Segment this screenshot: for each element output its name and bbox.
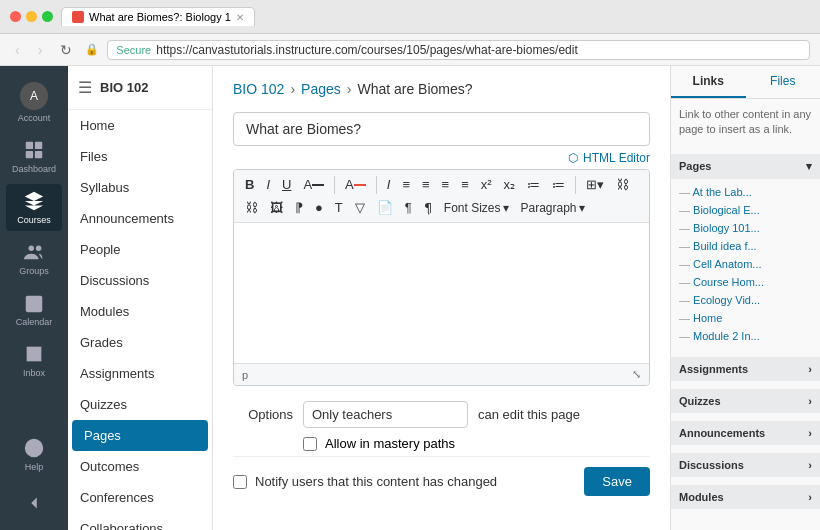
image-button[interactable]: 🖼 <box>265 197 288 218</box>
html-editor-link[interactable]: ⬡ HTML Editor <box>233 151 650 169</box>
refresh-button[interactable]: ↻ <box>55 40 77 60</box>
sidebar-item-collaborations[interactable]: Collaborations <box>68 513 212 530</box>
align-justify-button[interactable]: ≡ <box>456 174 474 195</box>
quizzes-chevron-icon: › <box>808 395 812 407</box>
forward-button[interactable]: › <box>33 40 48 60</box>
nav-item-calendar[interactable]: Calendar <box>6 286 62 333</box>
sidebar-item-grades[interactable]: Grades <box>68 327 212 358</box>
tab-links[interactable]: Links <box>671 66 746 98</box>
pilcrow-button[interactable]: ¶ <box>400 197 417 218</box>
svg-rect-0 <box>26 142 33 149</box>
editor-resize-handle[interactable]: ⤡ <box>632 368 641 381</box>
sidebar-item-people[interactable]: People <box>68 234 212 265</box>
align-center-button[interactable]: ≡ <box>417 174 435 195</box>
page-link-7[interactable]: Home <box>679 309 812 327</box>
font-color-button[interactable]: A <box>298 174 329 195</box>
quizzes-section-header[interactable]: Quizzes › <box>671 389 820 413</box>
app-container: A Account Dashboard Courses Groups Calen… <box>0 66 820 530</box>
sidebar-item-pages[interactable]: Pages <box>72 420 208 451</box>
page-link-3[interactable]: Build idea f... <box>679 237 812 255</box>
indent-button[interactable]: ⁋ <box>290 197 308 218</box>
media-button[interactable]: ● <box>310 197 328 218</box>
sidebar-item-discussions[interactable]: Discussions <box>68 265 212 296</box>
can-edit-select[interactable]: Only teachers Teachers and students Anyo… <box>303 401 468 428</box>
sidebar-item-quizzes[interactable]: Quizzes <box>68 389 212 420</box>
page-link-4[interactable]: Cell Anatom... <box>679 255 812 273</box>
nav-item-inbox[interactable]: Inbox <box>6 337 62 384</box>
page-link-1[interactable]: Biological E... <box>679 201 812 219</box>
embed-button[interactable]: ▽ <box>350 197 370 218</box>
font-sizes-dropdown[interactable]: Font Sizes ▾ <box>439 198 514 218</box>
back-button[interactable]: ‹ <box>10 40 25 60</box>
italic-btn2[interactable]: I <box>382 174 396 195</box>
page-link-8[interactable]: Module 2 In... <box>679 327 812 345</box>
tab-favicon <box>72 11 84 23</box>
nav-item-help[interactable]: Help <box>6 431 62 478</box>
doc-button[interactable]: 📄 <box>372 197 398 218</box>
textbox-button[interactable]: T <box>330 197 348 218</box>
mastery-checkbox[interactable] <box>303 437 317 451</box>
sidebar-item-home[interactable]: Home <box>68 110 212 141</box>
sidebar-item-modules[interactable]: Modules <box>68 296 212 327</box>
pages-section-header[interactable]: Pages ▾ <box>671 154 820 179</box>
tab-files[interactable]: Files <box>746 66 821 98</box>
special-char-button[interactable]: ¶̣ <box>419 197 437 218</box>
nav-bar: ‹ › ↻ 🔒 Secure https://canvastutorials.i… <box>0 34 820 66</box>
editor-body[interactable] <box>234 223 649 363</box>
paragraph-dropdown[interactable]: Paragraph ▾ <box>516 198 590 218</box>
sidebar-item-announcements[interactable]: Announcements <box>68 203 212 234</box>
breadcrumb-course[interactable]: BIO 102 <box>233 81 284 97</box>
close-button[interactable] <box>10 11 21 22</box>
bullet-list-button[interactable]: ≔ <box>522 174 545 195</box>
nav-item-account[interactable]: A Account <box>6 76 62 129</box>
groups-icon <box>23 241 45 263</box>
page-link-6[interactable]: Ecology Vid... <box>679 291 812 309</box>
bold-button[interactable]: B <box>240 174 259 195</box>
tab-close-icon[interactable]: ✕ <box>236 12 244 23</box>
announcements-chevron-icon: › <box>808 427 812 439</box>
sidebar-item-syllabus[interactable]: Syllabus <box>68 172 212 203</box>
align-right-button[interactable]: ≡ <box>437 174 455 195</box>
collapse-nav-button[interactable] <box>6 486 62 520</box>
table-button[interactable]: ⊞▾ <box>581 174 609 195</box>
unlink-button[interactable]: ⛓ <box>240 197 263 218</box>
maximize-button[interactable] <box>42 11 53 22</box>
ordered-list-button[interactable]: ≔ <box>547 174 570 195</box>
url-bar[interactable]: Secure https://canvastutorials.instructu… <box>107 40 810 60</box>
secure-icon: 🔒 <box>85 43 99 56</box>
browser-chrome: What are Biomes?: Biology 1 ✕ <box>0 0 820 34</box>
hamburger-icon[interactable]: ☰ <box>78 78 92 97</box>
modules-section-header[interactable]: Modules › <box>671 485 820 509</box>
nav-item-dashboard[interactable]: Dashboard <box>6 133 62 180</box>
discussions-section-header[interactable]: Discussions › <box>671 453 820 477</box>
sidebar-item-conferences[interactable]: Conferences <box>68 482 212 513</box>
save-button[interactable]: Save <box>584 467 650 496</box>
page-link-5[interactable]: Course Hom... <box>679 273 812 291</box>
nav-item-groups[interactable]: Groups <box>6 235 62 282</box>
assignments-section-header[interactable]: Assignments › <box>671 357 820 381</box>
align-left-button[interactable]: ≡ <box>397 174 415 195</box>
toolbar-sep-1 <box>334 176 335 194</box>
subscript-button[interactable]: x₂ <box>499 174 521 195</box>
tab-bar: What are Biomes?: Biology 1 ✕ <box>61 7 810 26</box>
active-tab[interactable]: What are Biomes?: Biology 1 ✕ <box>61 7 255 26</box>
sidebar-nav: Home Files Syllabus Announcements People… <box>68 110 212 530</box>
italic-button[interactable]: I <box>261 174 275 195</box>
breadcrumb-sep-1: › <box>290 81 295 97</box>
sidebar-item-files[interactable]: Files <box>68 141 212 172</box>
sidebar-item-outcomes[interactable]: Outcomes <box>68 451 212 482</box>
page-link-2[interactable]: Biology 101... <box>679 219 812 237</box>
link-button[interactable]: ⛓ <box>611 174 634 195</box>
minimize-button[interactable] <box>26 11 37 22</box>
page-title-bar: BIO 102 › Pages › What are Biomes? <box>233 81 650 97</box>
text-color-button[interactable]: A <box>340 174 371 195</box>
underline-button[interactable]: U <box>277 174 296 195</box>
page-title-input[interactable] <box>233 112 650 146</box>
notify-checkbox[interactable] <box>233 475 247 489</box>
sidebar-item-assignments[interactable]: Assignments <box>68 358 212 389</box>
superscript-button[interactable]: x² <box>476 174 497 195</box>
announcements-section-header[interactable]: Announcements › <box>671 421 820 445</box>
breadcrumb-pages[interactable]: Pages <box>301 81 341 97</box>
nav-item-courses[interactable]: Courses <box>6 184 62 231</box>
page-link-0[interactable]: At the Lab... <box>679 183 812 201</box>
